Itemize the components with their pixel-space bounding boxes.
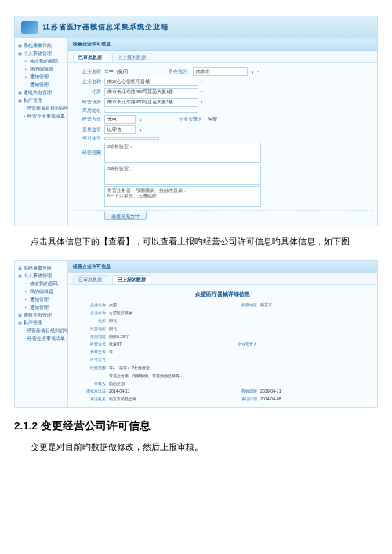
app-title: 江苏省医疗器械信息采集系统企业端 xyxy=(43,22,169,32)
select-mode[interactable]: 光电 xyxy=(104,115,136,124)
k-rev: 审核人 xyxy=(73,381,109,386)
k-empty xyxy=(73,373,109,378)
tab-reported[interactable]: 已上报的数据 xyxy=(112,275,151,284)
sidebar-item-editor[interactable]: ▪ 我的编辑器 xyxy=(24,65,65,73)
minus-icon: ▣ xyxy=(17,266,22,270)
v-rev: 药品企划 xyxy=(109,381,372,386)
tree-label: 修改我的密码 xyxy=(30,59,58,64)
tree-root-private[interactable]: ▣私疗管理 xyxy=(17,319,65,327)
panel-title: 经营企业许可信息 xyxy=(68,38,377,51)
input-permit[interactable] xyxy=(104,137,159,140)
app-header: 江苏省医疗器械信息采集系统企业端 xyxy=(15,16,377,38)
select-quality[interactable]: 以零售 xyxy=(104,125,136,134)
submit-button[interactable]: 填报意见分计 xyxy=(104,212,147,220)
required-icon: * xyxy=(257,70,259,74)
sidebar-item-notice2[interactable]: ▪ 通知管理 xyxy=(24,81,65,89)
sidebar-item-list[interactable]: ▪ 经营企业事项清单 xyxy=(24,112,65,120)
doc-icon: ▪ xyxy=(24,74,28,79)
k-place: 经营场所 xyxy=(73,326,109,331)
input-place[interactable]: 南市长江东路450号莲花大厦1楼 xyxy=(104,98,198,107)
sidebar-item-password[interactable]: ▪ 修改我的密码 xyxy=(24,57,65,65)
tree-label: 通知管理 xyxy=(30,305,49,310)
tree-root-private[interactable]: ▣ 私疗管理 xyxy=(17,96,65,104)
v-scope: 等1（或等） 7栏检验室 xyxy=(109,365,372,371)
tree-label: 通组共有管理 xyxy=(24,90,52,96)
tree-root-group[interactable]: ▣ 通组共有管理 xyxy=(17,89,65,96)
k-resp: 企业负责人 xyxy=(221,342,260,347)
tree-label: 我的编辑器 xyxy=(30,289,53,295)
sidebar-item-rules[interactable]: ▪经营新项目规则说明 xyxy=(24,327,65,335)
sidebar-item-notice1[interactable]: ▪ 通知管理 xyxy=(24,73,65,81)
k-full: 企业名称 xyxy=(73,310,109,316)
sidebar-item-editor[interactable]: ▪我的编辑器 xyxy=(24,288,65,295)
sidebar-item-list[interactable]: ▪经营企业事项清单 xyxy=(24,335,65,342)
value-principal: 许望 xyxy=(208,117,217,122)
doc-paragraph-2: 变更是对目前旳数据做修改，然后上报审核。 xyxy=(14,438,378,456)
v-qual: 等 xyxy=(109,349,372,355)
doc-icon: ▪ xyxy=(24,328,25,333)
screenshot-permit-form: 江苏省医疗器械信息采集系统企业端 ▣ 系统菜单导航 ▣ 个人事物管理 ▪ 修改我… xyxy=(14,16,378,226)
doc-icon: ▪ xyxy=(24,289,28,294)
dropdown-icon[interactable]: ▾ xyxy=(250,70,255,74)
tab-reported[interactable]: 上上报的数据 xyxy=(112,53,151,62)
tree-root-group[interactable]: ▣通组共有管理 xyxy=(17,311,65,319)
k-date1: 审批发出日 xyxy=(73,389,109,394)
label-warehouse: 库房地址 xyxy=(73,108,104,114)
detail-area: 众望医疗器械详细信息 企业名称众望所在地区南京市 企业名称心望医疗器械 住所阿气… xyxy=(68,284,377,407)
label-quality: 质量监管 xyxy=(73,127,104,132)
sidebar-item-password[interactable]: ▪修改我的密码 xyxy=(24,280,65,288)
k-name: 企业名称 xyxy=(73,302,109,308)
v-addr: 阿气 xyxy=(109,318,372,324)
label-mode: 经营方式 xyxy=(73,117,104,122)
required-icon: * xyxy=(201,90,202,95)
doc-heading-212: 2.1.2 变更经营公司许可信息 xyxy=(14,419,378,433)
sidebar-item-rules[interactable]: ▪ 经营新项目规则说明 xyxy=(24,104,65,112)
k-addr: 住所 xyxy=(73,318,109,324)
label-company-name: 企业名称 xyxy=(73,69,104,74)
tab-approved[interactable]: 已审批数据 xyxy=(73,53,107,62)
tree-label: 私疗管理 xyxy=(24,98,42,103)
input-company-full[interactable]: 南京心心堂医疗器械 xyxy=(104,78,198,86)
tree-label: 经营新项目规则说明 xyxy=(27,328,69,334)
input-region[interactable]: 南京市 xyxy=(193,67,248,76)
tree-root-system[interactable]: ▣ 系统菜单导航 xyxy=(17,42,65,49)
label-address: 住所 xyxy=(73,89,104,95)
input-warehouse[interactable] xyxy=(104,110,198,113)
tree-root-personal[interactable]: ▣ 个人事物管理 xyxy=(17,49,65,57)
doc-paragraph-1: 点击具体信息下的【查看】，可以查看上报旳经营公司许可信息旳具体信息，如下图： xyxy=(14,233,378,251)
textarea-scope-3[interactable]: 带营注射器、颅脑脑病、接触性器具： 6一下注射器、无透贴膜 xyxy=(104,186,261,207)
input-address[interactable]: 南市长江东路450号莲花大厦1楼 xyxy=(104,88,198,96)
dropdown-icon[interactable]: ▾ xyxy=(138,128,143,132)
k-perm: 许可证号 xyxy=(73,357,109,363)
tree-label: 通知管理 xyxy=(30,74,49,80)
tree-root-system[interactable]: ▣ 系统菜单导航 xyxy=(17,264,65,272)
textarea-scope-2[interactable]: 3栋检验室： xyxy=(104,165,261,185)
tree-label: 通知管理 xyxy=(30,82,49,88)
minus-icon: ▣ xyxy=(17,313,22,317)
k-mode: 经营方式 xyxy=(73,342,109,347)
textarea-scope-1[interactable]: 2栋检验室： xyxy=(104,143,261,163)
scope-line: 3栋检验室： xyxy=(107,166,258,172)
doc-icon: ▪ xyxy=(24,297,28,302)
sidebar-item-notice2[interactable]: ▪通知管理 xyxy=(24,303,65,311)
minus-icon: ▣ xyxy=(17,273,22,278)
sidebar-item-notice1[interactable]: ▪通知管理 xyxy=(24,295,65,303)
label-principal: 企业负责人 xyxy=(179,117,205,122)
v-perm xyxy=(109,357,372,363)
tree-label: 个人事物管理 xyxy=(24,273,52,279)
doc-icon: ▪ xyxy=(24,82,28,87)
tree-label: 系统菜单导航 xyxy=(24,43,52,49)
main-panel: 经营企业许可信息 已审批数据 上上报的数据 企业名称 华中（提问） 所在地区 南… xyxy=(68,38,377,226)
k-wh: 库房地址 xyxy=(73,334,109,339)
tree-label: 通知管理 xyxy=(30,297,49,302)
tree-label: 修改我的密码 xyxy=(30,281,58,287)
v-wh: 阿斯K.xxl个 xyxy=(109,334,372,339)
sidebar: ▣ 系统菜单导航 ▣ 个人事物管理 ▪ 修改我的密码 ▪ 我的编辑器 xyxy=(15,38,68,226)
tree-root-personal[interactable]: ▣ 个人事物管理 xyxy=(17,272,65,280)
v-resp xyxy=(260,342,372,347)
dropdown-icon[interactable]: ▾ xyxy=(138,118,143,122)
main-panel: 经营企业许可信息 已审批数据 已上报的数据 众望医疗器械详细信息 企业名称众望所… xyxy=(68,261,377,407)
label-permit: 许可证号 xyxy=(73,136,104,141)
tab-approved[interactable]: 已审批数据 xyxy=(73,275,107,284)
tree-label: 通组共有管理 xyxy=(24,313,52,318)
